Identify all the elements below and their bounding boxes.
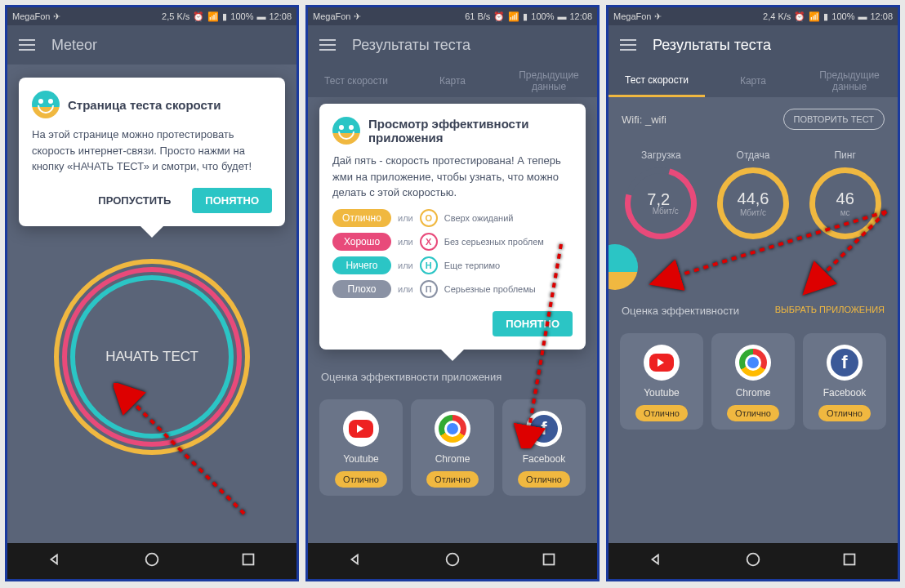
carrier-label: MegaFon bbox=[12, 11, 50, 21]
clock-label: 12:08 bbox=[269, 11, 292, 21]
net-speed: 2,4 K/s bbox=[763, 11, 791, 21]
annotation-arrow bbox=[114, 383, 261, 530]
app-header: Результаты теста bbox=[308, 25, 597, 65]
status-bar: MegaFon ✈ 2,5 K/s ⏰ 📶 ▮ 100% ▬ 12:08 bbox=[7, 7, 296, 25]
menu-icon[interactable] bbox=[319, 39, 336, 51]
recents-button[interactable] bbox=[840, 550, 858, 572]
signal-icon: ▮ bbox=[823, 11, 828, 22]
carrier-label: MegaFon bbox=[313, 11, 350, 21]
start-label: НАЧАТЬ ТЕСТ bbox=[105, 349, 198, 365]
app-card-facebook[interactable]: f Facebook Отлично bbox=[803, 333, 886, 430]
battery-label: 100% bbox=[230, 11, 253, 21]
back-button[interactable] bbox=[47, 550, 65, 572]
alarm-icon: ⏰ bbox=[193, 11, 204, 22]
battery-label: 100% bbox=[531, 11, 554, 21]
tab-map[interactable]: Карта bbox=[404, 65, 501, 97]
net-speed: 2,5 K/s bbox=[162, 11, 189, 21]
content-area: Wifi: _wifi ПОВТОРИТЬ ТЕСТ Загрузка 7,2 … bbox=[609, 97, 898, 543]
chrome-icon bbox=[439, 415, 466, 443]
wifi-icon: 📶 bbox=[207, 11, 219, 22]
svg-point-8 bbox=[747, 554, 760, 566]
app-card-chrome[interactable]: Chrome Отлично bbox=[411, 399, 494, 496]
signal-icon: ▮ bbox=[222, 11, 227, 22]
retry-button[interactable]: ПОВТОРИТЬ ТЕСТ bbox=[783, 109, 885, 130]
home-button[interactable] bbox=[444, 550, 461, 572]
select-apps-button[interactable]: ВЫБРАТЬ ПРИЛОЖЕНИЯ bbox=[775, 305, 885, 317]
status-bar: MegaFon ✈ 61 B/s ⏰ 📶 ▮ 100% ▬ 12:08 bbox=[308, 7, 597, 25]
app-title: Meteor bbox=[51, 37, 97, 54]
status-bar: MegaFon ✈ 2,4 K/s ⏰ 📶 ▮ 100% ▬ 12:08 bbox=[609, 7, 898, 25]
back-button[interactable] bbox=[648, 550, 666, 572]
wifi-icon: 📶 bbox=[809, 11, 820, 22]
tooltip-text: Дай пять - скорость протестирована! А те… bbox=[332, 153, 573, 201]
clock-label: 12:08 bbox=[870, 11, 893, 21]
svg-rect-5 bbox=[544, 555, 555, 565]
svg-rect-2 bbox=[243, 555, 254, 565]
tooltip-text: На этой странице можно протестировать ск… bbox=[32, 127, 272, 175]
tab-map[interactable]: Карта bbox=[705, 65, 801, 97]
battery-icon: ▬ bbox=[557, 11, 566, 21]
svg-line-6 bbox=[674, 212, 886, 277]
svg-point-1 bbox=[146, 554, 158, 566]
chrome-icon bbox=[739, 349, 767, 376]
mascot-icon bbox=[32, 91, 60, 118]
menu-icon[interactable] bbox=[19, 39, 35, 51]
svg-line-3 bbox=[528, 244, 561, 432]
android-nav-bar bbox=[7, 543, 296, 579]
annotation-arrow bbox=[625, 203, 894, 301]
tooltip-title: Просмотр эффективности приложения bbox=[368, 117, 573, 145]
wifi-label: Wifi: bbox=[622, 114, 642, 126]
efficiency-label: Оценка эффективности bbox=[622, 305, 739, 317]
app-card-chrome[interactable]: Chrome Отлично bbox=[711, 333, 795, 430]
wifi-row: Wifi: _wifi ПОВТОРИТЬ ТЕСТ bbox=[609, 97, 898, 141]
tab-bar: Тест скорости Карта Предыдущие данные bbox=[609, 65, 898, 97]
skip-button[interactable]: ПРОПУСТИТЬ bbox=[87, 188, 182, 213]
home-button[interactable] bbox=[143, 550, 161, 572]
app-card-youtube[interactable]: Youtube Отлично bbox=[319, 399, 403, 496]
content-area: Страница теста скорости На этой странице… bbox=[7, 65, 296, 543]
app-header: Meteor bbox=[7, 25, 296, 65]
ok-button[interactable]: ПОНЯТНО bbox=[192, 188, 272, 213]
phone-screen-3: MegaFon ✈ 2,4 K/s ⏰ 📶 ▮ 100% ▬ 12:08 Рез… bbox=[606, 5, 900, 581]
app-card-youtube[interactable]: Youtube Отлично bbox=[620, 333, 703, 430]
tab-speed[interactable]: Тест скорости bbox=[308, 65, 404, 97]
recents-button[interactable] bbox=[540, 550, 558, 572]
app-cards: Youtube Отлично Chrome Отлично f Faceboo… bbox=[609, 325, 898, 438]
content-area: Просмотр эффективности приложения Дай пя… bbox=[308, 97, 597, 543]
youtube-icon bbox=[649, 354, 674, 372]
tab-speed[interactable]: Тест скорости bbox=[609, 65, 705, 97]
home-button[interactable] bbox=[744, 550, 762, 572]
carrier-label: MegaFon bbox=[613, 11, 651, 21]
battery-icon: ▬ bbox=[858, 11, 867, 21]
tooltip-title: Страница теста скорости bbox=[68, 98, 221, 112]
app-title: Результаты теста bbox=[653, 37, 771, 54]
net-speed: 61 B/s bbox=[465, 11, 490, 21]
send-icon: ✈ bbox=[654, 11, 662, 22]
menu-icon[interactable] bbox=[620, 39, 636, 51]
phone-screen-2: MegaFon ✈ 61 B/s ⏰ 📶 ▮ 100% ▬ 12:08 Резу… bbox=[305, 5, 600, 581]
phone-screen-1: MegaFon ✈ 2,5 K/s ⏰ 📶 ▮ 100% ▬ 12:08 Met… bbox=[5, 5, 299, 581]
battery-label: 100% bbox=[831, 11, 854, 21]
wifi-name: _wifi bbox=[645, 114, 666, 126]
tab-history[interactable]: Предыдущие данные bbox=[801, 65, 898, 97]
android-nav-bar bbox=[609, 543, 898, 579]
wifi-icon: 📶 bbox=[508, 11, 519, 22]
recents-button[interactable] bbox=[239, 550, 257, 572]
legend-excellent: Отлично или О Сверх ожиданий bbox=[332, 209, 573, 227]
app-title: Результаты теста bbox=[352, 37, 470, 54]
tab-bar: Тест скорости Карта Предыдущие данные bbox=[308, 65, 597, 97]
clock-label: 12:08 bbox=[569, 11, 592, 21]
mascot-icon bbox=[332, 117, 360, 145]
svg-rect-9 bbox=[845, 555, 855, 565]
annotation-arrow bbox=[504, 236, 586, 448]
android-nav-bar bbox=[308, 543, 597, 579]
svg-line-0 bbox=[130, 399, 244, 514]
alarm-icon: ⏰ bbox=[794, 11, 805, 22]
tab-history[interactable]: Предыдущие данные bbox=[501, 65, 597, 97]
app-header: Результаты теста bbox=[609, 25, 898, 65]
alarm-icon: ⏰ bbox=[493, 11, 505, 22]
signal-icon: ▮ bbox=[523, 11, 528, 22]
facebook-icon: f bbox=[831, 349, 858, 376]
youtube-icon bbox=[349, 420, 373, 438]
back-button[interactable] bbox=[347, 550, 365, 572]
